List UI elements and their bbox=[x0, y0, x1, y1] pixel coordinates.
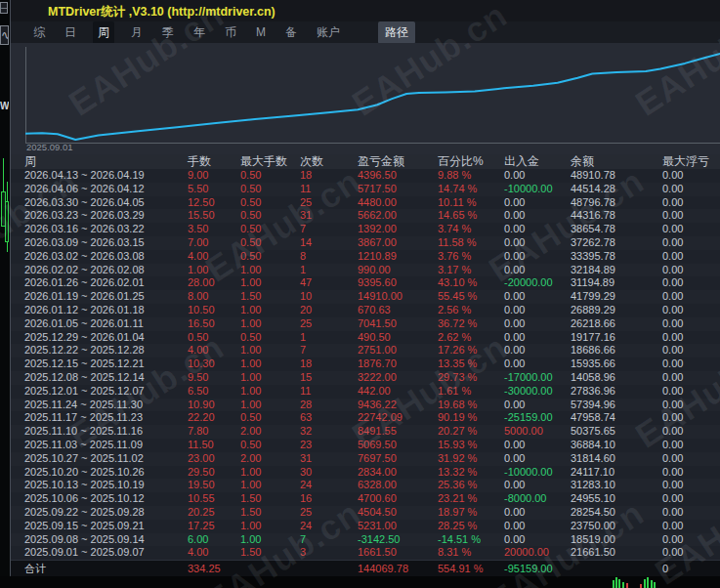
cell-balance: 23750.00 bbox=[561, 520, 653, 533]
cell-pl: 4480.00 bbox=[348, 196, 428, 210]
table-row[interactable]: 2026.01.19 ~ 2026.01.258.001.501014910.0… bbox=[11, 290, 720, 304]
table-row[interactable]: 2026.01.12 ~ 2026.01.1810.501.0020670.63… bbox=[11, 304, 720, 317]
total-pl: 144069.78 bbox=[348, 561, 428, 576]
menu-item-4[interactable]: 月 bbox=[128, 21, 146, 44]
cell-balance: 36884.10 bbox=[561, 439, 653, 452]
table-row[interactable]: 2026.01.05 ~ 2026.01.1116.501.00257041.5… bbox=[11, 317, 720, 331]
table-row[interactable]: 2025.09.08 ~ 2025.09.146.001.007-3142.50… bbox=[11, 533, 720, 547]
cell-count: 25 bbox=[290, 506, 348, 520]
table-row[interactable]: 2026.03.30 ~ 2026.04.0512.500.50254480.0… bbox=[11, 196, 720, 210]
cell-week: 2025.09.15 ~ 2025.09.21 bbox=[15, 520, 178, 533]
cell-io: 0.00 bbox=[494, 196, 561, 210]
path-button[interactable]: 路径 bbox=[378, 21, 415, 44]
cell-balance: 18519.00 bbox=[561, 533, 653, 547]
cell-lots: 10.55 bbox=[178, 492, 231, 506]
table-row[interactable]: 2026.01.26 ~ 2026.02.0128.001.00479395.6… bbox=[11, 276, 720, 290]
table-row[interactable]: 2025.10.27 ~ 2025.11.0223.002.00317697.5… bbox=[11, 452, 720, 466]
cell-io: 0.00 bbox=[494, 264, 561, 277]
cell-count: 11 bbox=[290, 183, 348, 196]
menu-item-7[interactable]: 币 bbox=[222, 21, 239, 44]
cell-week: 2026.01.19 ~ 2026.01.25 bbox=[15, 290, 178, 304]
cell-pl: 3867.00 bbox=[348, 236, 428, 250]
menu-item-2[interactable]: 日 bbox=[62, 21, 79, 44]
table-row[interactable]: 2025.10.06 ~ 2025.10.1210.551.50164700.6… bbox=[11, 492, 720, 506]
cell-max_float: 0.00 bbox=[653, 479, 720, 492]
menu-item-1[interactable]: 综 bbox=[30, 21, 48, 44]
total-lots: 334.25 bbox=[178, 561, 231, 576]
cell-week: 2025.10.20 ~ 2025.10.26 bbox=[15, 466, 178, 480]
cell-lots: 4.00 bbox=[178, 344, 231, 357]
cell-balance: 48910.78 bbox=[561, 169, 653, 183]
cell-io: 5000.00 bbox=[494, 425, 561, 439]
cell-week: 2026.04.06 ~ 2026.04.12 bbox=[15, 183, 178, 196]
table-row[interactable]: 2025.12.15 ~ 2025.12.2110.301.00181876.7… bbox=[11, 357, 720, 371]
table-row[interactable]: 2025.09.22 ~ 2025.09.2820.251.50254504.5… bbox=[11, 506, 720, 520]
cell-io: -30000.00 bbox=[494, 385, 561, 399]
cell-max_lots: 1.00 bbox=[231, 317, 290, 331]
table-row[interactable]: 2025.11.17 ~ 2025.11.2322.200.506322742.… bbox=[11, 411, 720, 425]
cell-pct: 2.56 % bbox=[428, 304, 494, 317]
table-row[interactable]: 2025.12.22 ~ 2025.12.284.001.0072751.001… bbox=[11, 344, 720, 357]
table-row[interactable]: 2025.10.20 ~ 2025.10.2629.501.00302834.0… bbox=[11, 466, 720, 480]
total-io: -95159.00 bbox=[494, 561, 561, 576]
left-toolbar-icon[interactable]: ∿ bbox=[0, 25, 9, 45]
cell-balance: 27836.96 bbox=[561, 385, 653, 399]
cell-count: 30 bbox=[290, 466, 348, 480]
cell-max_lots: 1.00 bbox=[231, 357, 290, 371]
cell-io: 0.00 bbox=[494, 506, 561, 520]
cell-week: 2025.10.06 ~ 2025.10.12 bbox=[15, 492, 178, 506]
cell-week: 2025.11.24 ~ 2025.11.30 bbox=[15, 399, 178, 412]
cell-io: -25159.00 bbox=[494, 411, 561, 425]
menu-item-5[interactable]: 季 bbox=[159, 21, 177, 44]
table-row[interactable]: 2025.12.01 ~ 2025.12.076.501.0011442.001… bbox=[11, 385, 720, 399]
table-row[interactable]: 2026.02.02 ~ 2026.02.081.001.001990.003.… bbox=[11, 264, 720, 277]
table-row[interactable]: 2026.04.13 ~ 2026.04.199.000.50184396.50… bbox=[11, 169, 720, 183]
table-row[interactable]: 2025.09.15 ~ 2025.09.2117.251.00245231.0… bbox=[11, 520, 720, 533]
table-row[interactable]: 2026.03.16 ~ 2026.03.223.500.5071392.003… bbox=[11, 223, 720, 236]
window-minimize-icon[interactable]: — bbox=[0, 2, 8, 14]
cell-pl: 670.63 bbox=[348, 304, 428, 317]
cell-count: 63 bbox=[290, 411, 348, 425]
cell-max_float: 0.00 bbox=[653, 250, 720, 264]
table-row[interactable]: 2025.10.13 ~ 2025.10.1919.501.00246328.0… bbox=[11, 479, 720, 492]
table-row[interactable]: 2026.03.02 ~ 2026.03.084.000.5081210.893… bbox=[11, 250, 720, 264]
cell-max_float: 0.00 bbox=[653, 290, 720, 304]
menu-item-3[interactable]: 周 bbox=[93, 21, 114, 44]
cell-io: 0.00 bbox=[494, 223, 561, 236]
table-row[interactable]: 2025.12.29 ~ 2026.01.040.500.501490.502.… bbox=[11, 331, 720, 345]
cell-count: 20 bbox=[290, 304, 348, 317]
menu-item-6[interactable]: 年 bbox=[191, 21, 208, 44]
cell-io: 0.00 bbox=[494, 169, 561, 183]
cell-max_float: 0.00 bbox=[653, 533, 720, 547]
menu-item-10[interactable]: 账户 bbox=[314, 21, 343, 44]
cell-count: 14 bbox=[290, 236, 348, 250]
cell-max_lots: 1.50 bbox=[231, 492, 290, 506]
cell-week: 2026.03.09 ~ 2026.03.15 bbox=[15, 236, 178, 250]
table-row[interactable]: 2025.11.10 ~ 2025.11.167.802.00328491.55… bbox=[11, 425, 720, 439]
table-row[interactable]: 2025.11.03 ~ 2025.11.0911.500.50235069.5… bbox=[11, 439, 720, 452]
cell-lots: 7.80 bbox=[178, 425, 231, 439]
cell-count: 28 bbox=[290, 399, 348, 412]
table-row[interactable]: 2026.03.23 ~ 2026.03.2915.500.50315662.0… bbox=[11, 209, 720, 223]
cell-pl: 990.00 bbox=[348, 264, 428, 277]
cell-week: 2026.03.16 ~ 2026.03.22 bbox=[15, 223, 178, 236]
cell-max_lots: 0.50 bbox=[231, 209, 290, 223]
cell-week: 2025.12.08 ~ 2025.12.14 bbox=[15, 371, 178, 385]
table-row[interactable]: 2026.03.09 ~ 2026.03.157.000.50143867.00… bbox=[11, 236, 720, 250]
menu-item-9[interactable]: 备 bbox=[282, 21, 300, 44]
total-count bbox=[290, 561, 348, 576]
cell-pct: 14.65 % bbox=[428, 209, 494, 223]
cell-max_lots: 1.00 bbox=[231, 264, 290, 277]
cell-balance: 38654.78 bbox=[561, 223, 653, 236]
volume-bar-fragment bbox=[613, 580, 614, 588]
menu-item-8[interactable]: M bbox=[253, 22, 269, 42]
cell-lots: 9.00 bbox=[178, 169, 231, 183]
cell-lots: 28.00 bbox=[178, 276, 231, 290]
table-row[interactable]: 2026.04.06 ~ 2026.04.125.500.50115717.50… bbox=[11, 183, 720, 196]
cell-lots: 8.00 bbox=[178, 290, 231, 304]
table-row[interactable]: 2025.09.01 ~ 2025.09.074.001.5031661.508… bbox=[11, 546, 720, 560]
table-row[interactable]: 2025.11.24 ~ 2025.11.3010.901.00289436.2… bbox=[11, 399, 720, 412]
cell-lots: 9.50 bbox=[178, 371, 231, 385]
cell-max_lots: 0.50 bbox=[231, 183, 290, 196]
table-row[interactable]: 2025.12.08 ~ 2025.12.149.501.00153222.00… bbox=[11, 371, 720, 385]
